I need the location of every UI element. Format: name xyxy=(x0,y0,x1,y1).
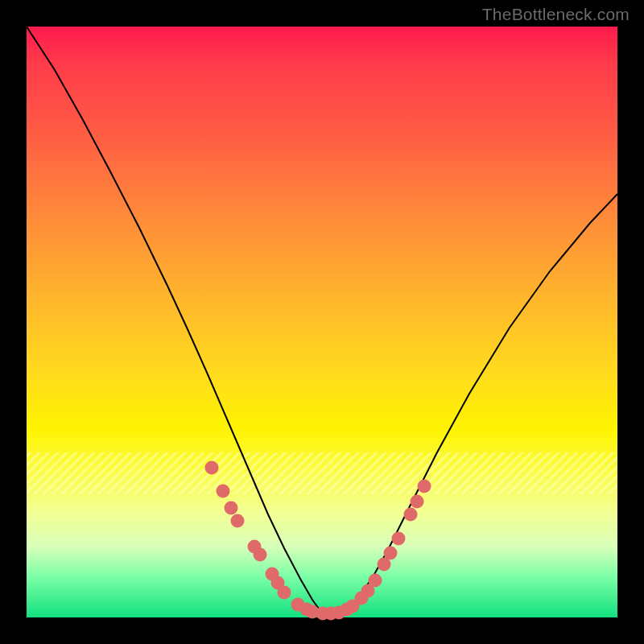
chart-frame: TheBottleneck.com xyxy=(0,0,644,644)
curve-marker xyxy=(384,547,398,560)
watermark-text: TheBottleneck.com xyxy=(482,5,630,24)
curve-marker xyxy=(392,532,406,546)
curve-marker xyxy=(225,502,238,515)
curve-marker xyxy=(217,485,230,498)
curve-marker xyxy=(418,480,431,493)
curve-marker xyxy=(278,586,291,600)
curve-marker xyxy=(231,514,245,528)
curve-marker xyxy=(404,508,418,522)
curve-marker xyxy=(411,495,424,509)
svg-rect-2 xyxy=(27,452,617,494)
curve-marker xyxy=(254,548,267,562)
curve-marker xyxy=(369,574,382,588)
hatch-band xyxy=(27,452,617,494)
curve-marker xyxy=(205,461,219,475)
bottleneck-curve xyxy=(27,27,617,614)
chart-svg xyxy=(27,27,617,617)
chart-plot-area xyxy=(27,27,617,617)
